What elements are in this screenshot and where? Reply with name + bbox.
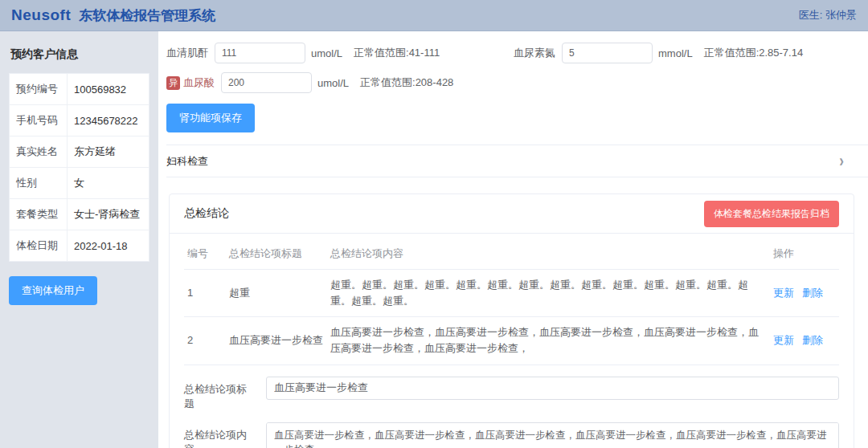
lab-item-serum-creatinine: 血清肌酐 umol/L 正常值范围:41-111	[166, 43, 514, 63]
app-title: 东软体检报告管理系统	[79, 6, 215, 25]
row-number: 1	[184, 270, 226, 317]
table-row: 体检日期 2022-01-18	[10, 230, 149, 262]
field-value: 东方延绪	[68, 136, 149, 168]
column-header: 操作	[770, 238, 839, 270]
app-root: Neusoft 东软体检报告管理系统 医生: 张仲景 预约客户信息 预约编号 1…	[0, 0, 868, 448]
gyn-exam-collapse-header[interactable]: 妇科检查 ›	[166, 145, 868, 177]
content-area: 预约客户信息 预约编号 100569832 手机号码 12345678222 真…	[0, 31, 868, 448]
field-label: 性别	[10, 168, 68, 199]
lab-label: 血尿酸	[183, 75, 215, 90]
field-label: 套餐类型	[10, 199, 68, 230]
conclusion-table: 编号 总检结论项标题 总检结论项内容 操作 1 超重 超重。超重。超重。超重。超…	[184, 238, 839, 365]
table-row: 手机号码 12345678222	[10, 105, 149, 136]
field-value: 女士-肾病检查	[68, 199, 149, 230]
lab-normal-range: 正常值范围:208-428	[360, 75, 453, 90]
table-row: 预约编号 100569832	[10, 74, 149, 105]
conclusion-title-label: 总检结论项标题	[184, 377, 255, 411]
lab-unit: umol/L	[317, 77, 349, 89]
column-header: 总检结论项内容	[327, 238, 770, 270]
abnormal-badge: 异	[166, 76, 180, 90]
sidebar: 预约客户信息 预约编号 100569832 手机号码 12345678222 真…	[0, 31, 158, 448]
table-row: 性别 女	[10, 168, 149, 199]
column-header: 编号	[184, 238, 226, 270]
conclusion-item-title: 超重	[226, 270, 327, 317]
doctor-label: 医生: 张仲景	[799, 8, 857, 22]
field-label: 手机号码	[10, 105, 68, 136]
lab-unit: mmol/L	[658, 47, 693, 59]
conclusion-card-header: 总检结论 体检套餐总检结果报告归档	[170, 194, 854, 234]
brand: Neusoft 东软体检报告管理系统	[11, 6, 215, 25]
blood-urea-nitrogen-input[interactable]	[562, 43, 653, 63]
update-link[interactable]: 更新	[773, 334, 794, 346]
archive-report-button[interactable]: 体检套餐总检结果报告归档	[704, 201, 839, 227]
table-row: 真实姓名 东方延绪	[10, 136, 149, 168]
conclusion-item-content: 血压高要进一步检查，血压高要进一步检查，血压高要进一步检查，血压高要进一步检查，…	[327, 317, 770, 365]
lab-normal-range: 正常值范围:2.85-7.14	[704, 46, 804, 60]
conclusion-title: 总检结论	[184, 206, 229, 221]
delete-link[interactable]: 删除	[802, 287, 823, 299]
sidebar-title: 预约客户信息	[10, 47, 149, 62]
conclusion-card: 总检结论 体检套餐总检结果报告归档 编号 总检结论项标题 总检结论项内容 操作	[169, 193, 854, 448]
gyn-exam-title: 妇科检查	[166, 154, 208, 169]
lab-label: 血清肌酐	[166, 46, 208, 60]
lab-unit: umol/L	[311, 47, 342, 59]
field-value: 12345678222	[68, 105, 149, 136]
chevron-right-icon: ›	[839, 152, 844, 169]
conclusion-content-textarea[interactable]: 血压高要进一步检查，血压高要进一步检查，血压高要进一步检查，血压高要进一步检查，…	[266, 422, 839, 448]
conclusion-item-content: 超重。超重。超重。超重。超重。超重。超重。超重。超重。超重。超重。超重。超重。超…	[327, 270, 770, 317]
save-kidney-function-button[interactable]: 肾功能项保存	[166, 104, 255, 132]
update-link[interactable]: 更新	[773, 287, 794, 299]
column-header: 总检结论项标题	[226, 238, 327, 270]
table-row: 套餐类型 女士-肾病检查	[10, 199, 149, 230]
delete-link[interactable]: 删除	[802, 334, 823, 346]
conclusion-item-title: 血压高要进一步检查	[226, 317, 327, 365]
main-content: 血清肌酐 umol/L 正常值范围:41-111 血尿素氮 mmol/L 正常值…	[158, 31, 868, 448]
field-label: 体检日期	[10, 230, 68, 262]
lab-item-blood-uric-acid: 异 血尿酸 umol/L 正常值范围:208-428	[166, 72, 514, 93]
field-label: 真实姓名	[10, 136, 68, 168]
field-value: 女	[68, 168, 149, 199]
customer-info-table: 预约编号 100569832 手机号码 12345678222 真实姓名 东方延…	[9, 73, 149, 262]
blood-uric-acid-input[interactable]	[221, 72, 312, 93]
lab-normal-range: 正常值范围:41-111	[354, 46, 440, 60]
table-row: 1 超重 超重。超重。超重。超重。超重。超重。超重。超重。超重。超重。超重。超重…	[184, 270, 839, 317]
top-header: Neusoft 东软体检报告管理系统 医生: 张仲景	[0, 0, 868, 31]
field-value: 2022-01-18	[68, 230, 149, 262]
brand-logo: Neusoft	[11, 6, 71, 24]
table-header-row: 编号 总检结论项标题 总检结论项内容 操作	[184, 238, 839, 270]
field-value: 100569832	[68, 74, 149, 105]
serum-creatinine-input[interactable]	[215, 43, 305, 63]
field-label: 预约编号	[10, 74, 68, 105]
conclusion-content-label: 总检结论项内容	[184, 422, 255, 448]
kidney-lab-section: 血清肌酐 umol/L 正常值范围:41-111 血尿素氮 mmol/L 正常值…	[166, 43, 868, 93]
query-user-button[interactable]: 查询体检用户	[9, 276, 97, 305]
conclusion-title-input[interactable]	[266, 377, 839, 400]
lab-item-blood-urea-nitrogen: 血尿素氮 mmol/L 正常值范围:2.85-7.14	[514, 43, 852, 63]
table-row: 2 血压高要进一步检查 血压高要进一步检查，血压高要进一步检查，血压高要进一步检…	[184, 317, 839, 365]
lab-label: 血尿素氮	[514, 46, 555, 60]
row-number: 2	[184, 317, 226, 365]
